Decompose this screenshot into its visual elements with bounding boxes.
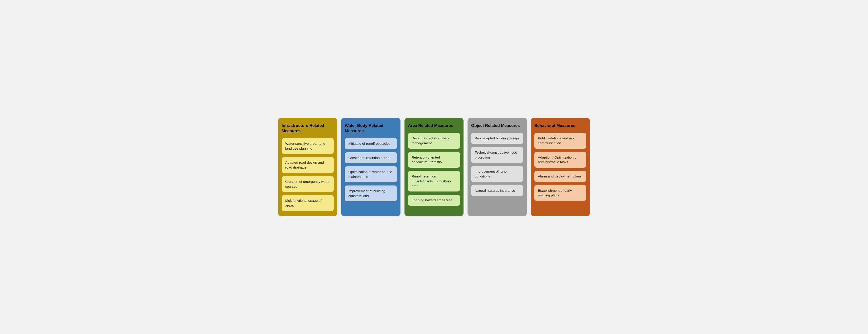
card-infrastructure-0: Water sensitive urban and land use plann… xyxy=(282,138,334,154)
card-infrastructure-3: Multifunctional usage of areas xyxy=(282,195,334,211)
card-object-0: Risk adapted building design xyxy=(471,133,523,144)
column-behavioral: Behavioral MeasuresPublic relations and … xyxy=(531,118,590,216)
card-behavioral-0: Public relations and risk communication xyxy=(534,133,586,148)
card-object-1: Technical-constructive flood protection xyxy=(471,147,523,163)
column-water-body: Water Body Related MeasuresMitigatio of … xyxy=(341,118,401,216)
column-title-area: Area Related Measures xyxy=(408,123,460,128)
card-area-0: Decentralized stormwater management xyxy=(408,133,460,148)
column-title-behavioral: Behavioral Measures xyxy=(534,123,586,128)
column-title-water-body: Water Body Related Measures xyxy=(345,123,397,134)
card-object-2: Improvement of runoff conditions xyxy=(471,166,523,182)
card-water-body-1: Creation of retention areas xyxy=(345,152,397,163)
column-title-object: Object Related Measures xyxy=(471,123,523,128)
column-object: Object Related MeasuresRisk adapted buil… xyxy=(467,118,527,216)
column-area: Area Related MeasuresDecentralized storm… xyxy=(404,118,464,216)
card-object-3: Natural hazards insurance xyxy=(471,185,523,196)
main-container: Infrastructure Related MeasuresWater sen… xyxy=(278,118,590,216)
card-water-body-0: Mitigatio of runoff obstacles xyxy=(345,138,397,149)
card-water-body-2: Optimization of water course maintenance xyxy=(345,166,397,182)
column-title-infrastructure: Infrastructure Related Measures xyxy=(282,123,334,134)
card-water-body-3: Improvement of building constructions xyxy=(345,186,397,201)
card-area-1: Retention-oriented agriculture / forestr… xyxy=(408,152,460,168)
column-infrastructure: Infrastructure Related MeasuresWater sen… xyxy=(278,118,337,216)
card-area-2: Runoff retention outside/inside the buil… xyxy=(408,171,460,192)
card-area-3: Keeping hazard areas free xyxy=(408,195,460,206)
card-behavioral-3: Establishment of early warning plans xyxy=(534,185,586,201)
card-infrastructure-1: Adapted road design and road drainage xyxy=(282,157,334,173)
card-behavioral-1: Adaption / Optimization of administrativ… xyxy=(534,152,586,168)
card-infrastructure-2: Creation of emergency water courses xyxy=(282,176,334,192)
card-behavioral-2: Alarm and deployment plans xyxy=(534,171,586,182)
